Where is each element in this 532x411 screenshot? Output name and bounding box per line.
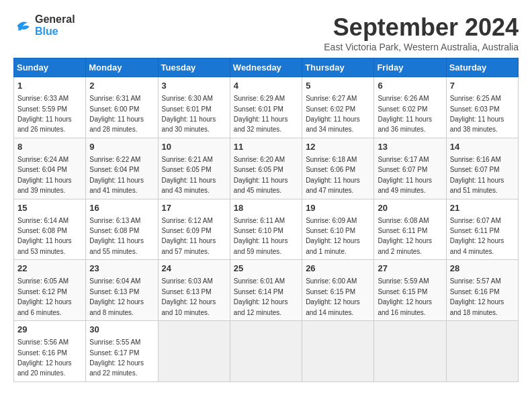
day-detail: Sunrise: 6:01 AM Sunset: 6:14 PM Dayligh…: [234, 277, 288, 316]
day-detail: Sunrise: 6:21 AM Sunset: 6:05 PM Dayligh…: [162, 156, 216, 194]
day-detail: Sunrise: 6:14 AM Sunset: 6:08 PM Dayligh…: [17, 217, 72, 255]
calendar-header-monday: Monday: [86, 58, 158, 77]
logo-icon: [13, 16, 32, 35]
calendar-day-cell: 22Sunrise: 6:05 AM Sunset: 6:12 PM Dayli…: [14, 260, 86, 321]
day-number: 17: [162, 202, 226, 214]
day-number: 2: [89, 80, 154, 92]
day-number: 16: [89, 202, 154, 214]
title-block: September 2024 East Victoria Park, Weste…: [324, 13, 519, 52]
day-detail: Sunrise: 6:03 AM Sunset: 6:13 PM Dayligh…: [162, 277, 216, 316]
calendar-day-cell: 4Sunrise: 6:29 AM Sunset: 6:01 PM Daylig…: [230, 77, 302, 138]
day-detail: Sunrise: 5:55 AM Sunset: 6:17 PM Dayligh…: [89, 338, 144, 377]
calendar-day-cell: 19Sunrise: 6:09 AM Sunset: 6:10 PM Dayli…: [302, 199, 374, 260]
calendar-day-cell: 13Sunrise: 6:17 AM Sunset: 6:07 PM Dayli…: [374, 138, 446, 199]
day-detail: Sunrise: 6:12 AM Sunset: 6:09 PM Dayligh…: [162, 217, 216, 255]
calendar-week-row: 22Sunrise: 6:05 AM Sunset: 6:12 PM Dayli…: [14, 260, 519, 321]
calendar-header-saturday: Saturday: [446, 58, 518, 77]
calendar-day-cell: 21Sunrise: 6:07 AM Sunset: 6:11 PM Dayli…: [446, 199, 518, 260]
calendar-day-cell: 27Sunrise: 5:59 AM Sunset: 6:15 PM Dayli…: [374, 260, 446, 321]
calendar-day-cell: 10Sunrise: 6:21 AM Sunset: 6:05 PM Dayli…: [158, 138, 230, 199]
calendar-day-cell: 8Sunrise: 6:24 AM Sunset: 6:04 PM Daylig…: [14, 138, 86, 199]
location-subtitle: East Victoria Park, Western Australia, A…: [324, 42, 519, 52]
day-number: 11: [234, 141, 298, 153]
calendar-day-cell: 14Sunrise: 6:16 AM Sunset: 6:07 PM Dayli…: [446, 138, 518, 199]
day-number: 21: [450, 202, 515, 214]
calendar-day-cell: [374, 321, 446, 382]
day-number: 25: [234, 263, 298, 275]
calendar-header-row: SundayMondayTuesdayWednesdayThursdayFrid…: [14, 58, 519, 77]
logo: General Blue: [13, 13, 75, 37]
day-detail: Sunrise: 6:29 AM Sunset: 6:01 PM Dayligh…: [234, 95, 288, 133]
day-number: 13: [378, 141, 442, 153]
day-number: 18: [234, 202, 298, 214]
calendar-header-tuesday: Tuesday: [158, 58, 230, 77]
day-number: 19: [306, 202, 370, 214]
calendar-week-row: 8Sunrise: 6:24 AM Sunset: 6:04 PM Daylig…: [14, 138, 519, 199]
calendar-day-cell: 3Sunrise: 6:30 AM Sunset: 6:01 PM Daylig…: [158, 77, 230, 138]
day-number: 4: [234, 80, 298, 92]
day-detail: Sunrise: 6:09 AM Sunset: 6:10 PM Dayligh…: [306, 217, 360, 255]
day-detail: Sunrise: 6:20 AM Sunset: 6:05 PM Dayligh…: [234, 156, 288, 194]
logo-text-line2: Blue: [35, 26, 75, 38]
day-detail: Sunrise: 6:30 AM Sunset: 6:01 PM Dayligh…: [162, 95, 216, 133]
day-number: 7: [450, 80, 515, 92]
day-number: 8: [17, 141, 82, 153]
day-detail: Sunrise: 5:56 AM Sunset: 6:16 PM Dayligh…: [17, 338, 72, 377]
calendar-day-cell: 2Sunrise: 6:31 AM Sunset: 6:00 PM Daylig…: [86, 77, 158, 138]
calendar-day-cell: 23Sunrise: 6:04 AM Sunset: 6:13 PM Dayli…: [86, 260, 158, 321]
calendar-day-cell: 12Sunrise: 6:18 AM Sunset: 6:06 PM Dayli…: [302, 138, 374, 199]
day-detail: Sunrise: 6:33 AM Sunset: 5:59 PM Dayligh…: [17, 95, 72, 133]
day-number: 12: [306, 141, 370, 153]
calendar-day-cell: [302, 321, 374, 382]
calendar-day-cell: 20Sunrise: 6:08 AM Sunset: 6:11 PM Dayli…: [374, 199, 446, 260]
calendar-day-cell: 7Sunrise: 6:25 AM Sunset: 6:03 PM Daylig…: [446, 77, 518, 138]
calendar-header-sunday: Sunday: [14, 58, 86, 77]
calendar-day-cell: 18Sunrise: 6:11 AM Sunset: 6:10 PM Dayli…: [230, 199, 302, 260]
calendar-day-cell: 1Sunrise: 6:33 AM Sunset: 5:59 PM Daylig…: [14, 77, 86, 138]
calendar-day-cell: 26Sunrise: 6:00 AM Sunset: 6:15 PM Dayli…: [302, 260, 374, 321]
day-number: 6: [378, 80, 442, 92]
calendar-week-row: 15Sunrise: 6:14 AM Sunset: 6:08 PM Dayli…: [14, 199, 519, 260]
day-detail: Sunrise: 6:24 AM Sunset: 6:04 PM Dayligh…: [17, 156, 72, 194]
calendar-day-cell: 6Sunrise: 6:26 AM Sunset: 6:02 PM Daylig…: [374, 77, 446, 138]
day-number: 10: [162, 141, 226, 153]
day-number: 28: [450, 263, 515, 275]
day-detail: Sunrise: 6:13 AM Sunset: 6:08 PM Dayligh…: [89, 217, 144, 255]
calendar-day-cell: 25Sunrise: 6:01 AM Sunset: 6:14 PM Dayli…: [230, 260, 302, 321]
day-number: 3: [162, 80, 226, 92]
calendar-header-thursday: Thursday: [302, 58, 374, 77]
calendar-header-wednesday: Wednesday: [230, 58, 302, 77]
day-number: 26: [306, 263, 370, 275]
day-number: 20: [378, 202, 442, 214]
calendar-day-cell: 28Sunrise: 5:57 AM Sunset: 6:16 PM Dayli…: [446, 260, 518, 321]
day-detail: Sunrise: 6:18 AM Sunset: 6:06 PM Dayligh…: [306, 156, 360, 194]
day-number: 5: [306, 80, 370, 92]
day-number: 23: [89, 263, 154, 275]
calendar-day-cell: 15Sunrise: 6:14 AM Sunset: 6:08 PM Dayli…: [14, 199, 86, 260]
calendar-table: SundayMondayTuesdayWednesdayThursdayFrid…: [13, 58, 519, 382]
day-number: 30: [89, 324, 154, 336]
day-detail: Sunrise: 5:59 AM Sunset: 6:15 PM Dayligh…: [378, 277, 432, 316]
calendar-day-cell: 5Sunrise: 6:27 AM Sunset: 6:02 PM Daylig…: [302, 77, 374, 138]
day-detail: Sunrise: 6:26 AM Sunset: 6:02 PM Dayligh…: [378, 95, 432, 133]
logo-text-line1: General: [35, 13, 75, 26]
day-detail: Sunrise: 6:05 AM Sunset: 6:12 PM Dayligh…: [17, 277, 72, 316]
calendar-week-row: 29Sunrise: 5:56 AM Sunset: 6:16 PM Dayli…: [14, 321, 519, 382]
page-header: General Blue September 2024 East Victori…: [13, 13, 519, 52]
day-detail: Sunrise: 6:16 AM Sunset: 6:07 PM Dayligh…: [450, 156, 504, 194]
day-detail: Sunrise: 6:07 AM Sunset: 6:11 PM Dayligh…: [450, 217, 504, 255]
day-number: 24: [162, 263, 226, 275]
calendar-week-row: 1Sunrise: 6:33 AM Sunset: 5:59 PM Daylig…: [14, 77, 519, 138]
day-detail: Sunrise: 6:00 AM Sunset: 6:15 PM Dayligh…: [306, 277, 360, 316]
day-detail: Sunrise: 6:08 AM Sunset: 6:11 PM Dayligh…: [378, 217, 432, 255]
day-number: 9: [89, 141, 154, 153]
calendar-day-cell: [446, 321, 518, 382]
day-detail: Sunrise: 6:22 AM Sunset: 6:04 PM Dayligh…: [89, 156, 144, 194]
day-detail: Sunrise: 6:11 AM Sunset: 6:10 PM Dayligh…: [234, 217, 288, 255]
month-title: September 2024: [324, 13, 519, 42]
calendar-day-cell: 9Sunrise: 6:22 AM Sunset: 6:04 PM Daylig…: [86, 138, 158, 199]
day-detail: Sunrise: 5:57 AM Sunset: 6:16 PM Dayligh…: [450, 277, 504, 316]
day-number: 22: [17, 263, 82, 275]
calendar-day-cell: 16Sunrise: 6:13 AM Sunset: 6:08 PM Dayli…: [86, 199, 158, 260]
calendar-day-cell: 30Sunrise: 5:55 AM Sunset: 6:17 PM Dayli…: [86, 321, 158, 382]
